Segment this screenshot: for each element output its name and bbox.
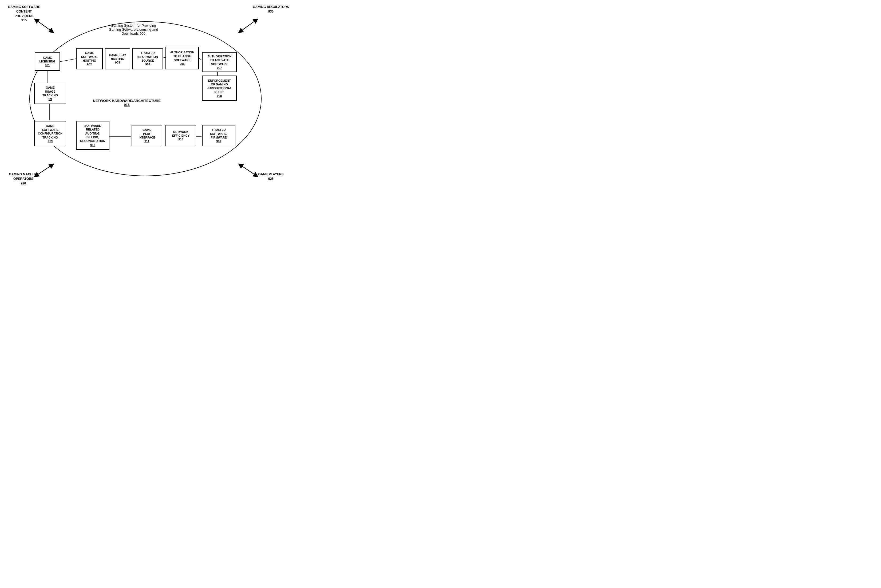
svg-line-1	[240, 20, 256, 32]
box-913: GAMESOFTWARECONFIGURATIONTRACKING 913	[34, 121, 66, 146]
label-920: GAMING MACHINEOPERATORS920	[3, 172, 44, 186]
box-903: GAME PLAYHOSTING 903	[105, 48, 130, 69]
box-906: AUTHORIZATIONTO CHANGESOFTWARE 906	[165, 47, 199, 69]
network-label: NETWORK HARDWARE/ARCHITECTURE 916	[85, 99, 168, 107]
box-99: GAMEUSAGETRACKING 99	[34, 83, 66, 104]
box-908: ENFORCEMENTOF GAMINGJURISDICTIONALRULES …	[202, 75, 237, 101]
box-907: AUTHORIZATIONTO ACTIVATESOFTWARE 907	[202, 52, 237, 72]
label-915: GAMING SOFTWARE CONTENTPROVIDERS915	[3, 5, 45, 22]
label-930: GAMING REGULATORS930	[251, 5, 291, 14]
box-904: TRUSTEDINFORMATIONSOURCE 904	[132, 48, 163, 69]
box-901: GAMELICENSING 901	[35, 52, 60, 71]
box-902: GAMESOFTWAREHOSTING 902	[76, 48, 103, 69]
box-912: SOFTWARERELATEDAUDITING,BILLING,RECONCIL…	[76, 121, 109, 150]
box-910: NETWORKEFFICIENCY 910	[165, 125, 196, 146]
diagram-container: Gaming System for Providing Gaming Softw…	[0, 0, 294, 196]
diagram-title: Gaming System for Providing Gaming Softw…	[88, 24, 179, 36]
label-925: GAME PLAYERS925	[252, 172, 289, 181]
box-911: GAMEPLAYINTERFACE 911	[132, 125, 162, 146]
box-909: TRUSTEDSOFTWARE/FIRMWARE 909	[202, 125, 235, 146]
